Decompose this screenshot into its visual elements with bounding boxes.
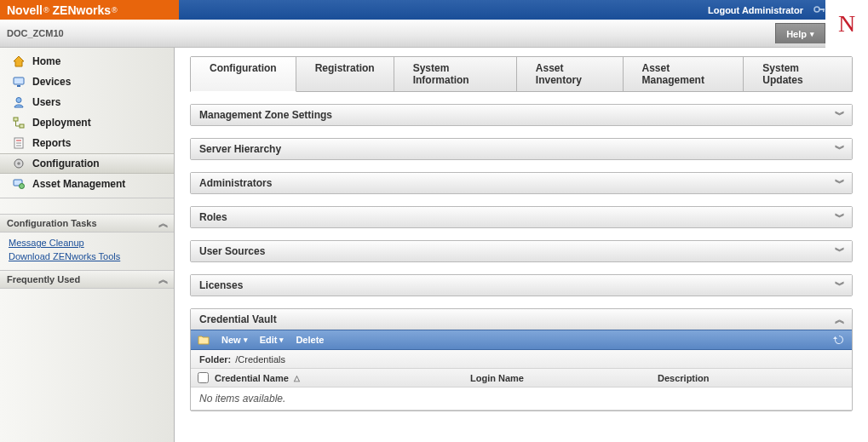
main-content: Configuration Registration System Inform…: [175, 48, 868, 442]
nav-item-label: Configuration: [32, 158, 100, 169]
tab-asset-management[interactable]: Asset Management: [624, 57, 744, 91]
panel-roles: Roles ︾: [190, 206, 853, 228]
nav-item-devices[interactable]: Devices: [0, 72, 174, 92]
collapse-icon: ︽: [158, 276, 169, 283]
svg-point-6: [16, 98, 21, 103]
svg-rect-7: [14, 118, 18, 121]
home-icon: [12, 55, 26, 68]
freq-title: Frequently Used: [7, 274, 80, 284]
tab-configuration[interactable]: Configuration: [191, 57, 296, 92]
svg-point-16: [20, 184, 25, 189]
col-login-name[interactable]: Login Name: [470, 373, 658, 383]
expand-icon: ︾: [835, 214, 845, 221]
tab-system-info[interactable]: System Information: [394, 57, 517, 91]
refresh-icon[interactable]: [833, 334, 845, 346]
select-all-checkbox[interactable]: [198, 372, 209, 383]
expand-icon: ︾: [835, 146, 845, 152]
key-icon[interactable]: [813, 4, 825, 16]
col-description[interactable]: Description: [658, 373, 852, 383]
logout-link[interactable]: Logout Administrator: [708, 5, 803, 15]
nav-item-reports[interactable]: Reports: [0, 133, 174, 153]
nav-item-configuration[interactable]: Configuration: [0, 153, 174, 174]
asset-icon: [12, 177, 26, 191]
panel-header[interactable]: Licenses ︾: [191, 275, 852, 296]
folder-row: Folder: /Credentials: [191, 350, 852, 369]
panel-header[interactable]: Management Zone Settings ︾: [191, 105, 852, 125]
task-link-download-tools[interactable]: Download ZENworks Tools: [9, 251, 165, 261]
new-button[interactable]: New: [221, 335, 248, 345]
nav-item-label: Reports: [32, 137, 71, 149]
empty-message: No items available.: [191, 387, 852, 410]
folder-label: Folder:: [199, 354, 231, 365]
nav-item-label: Home: [32, 55, 60, 67]
collapse-icon: ︽: [835, 316, 845, 323]
user-icon: [12, 95, 26, 109]
report-icon: [12, 136, 26, 150]
network-icon: [12, 116, 26, 129]
panel-management-zone-settings: Management Zone Settings ︾: [190, 104, 853, 126]
svg-rect-8: [20, 124, 24, 128]
folder-path: /Credentials: [235, 354, 285, 365]
nav-item-label: Asset Management: [32, 178, 125, 190]
monitor-icon: [12, 75, 26, 89]
panel-header[interactable]: Roles ︾: [191, 207, 852, 227]
tasks-header[interactable]: Configuration Tasks ︽: [0, 214, 174, 232]
col-credential-name[interactable]: Credential Name △: [215, 373, 470, 383]
context-name: DOC_ZCM10: [7, 28, 64, 38]
svg-marker-3: [14, 56, 24, 66]
svg-rect-4: [14, 77, 24, 84]
novell-n-logo: N: [825, 0, 868, 48]
column-headers: Credential Name △ Login Name Description: [191, 369, 852, 387]
panel-server-hierarchy: Server Hierarchy ︾: [190, 138, 853, 160]
panel-header[interactable]: Administrators ︾: [191, 173, 852, 193]
sidebar: Home Devices Users Deployment Reports Co…: [0, 48, 175, 442]
panel-licenses: Licenses ︾: [190, 274, 853, 296]
nav-item-users[interactable]: Users: [0, 92, 174, 112]
expand-icon: ︾: [835, 248, 845, 255]
gear-icon: [12, 157, 26, 170]
brand-bar: Novell® ZENworks®: [0, 0, 179, 20]
nav-item-deployment[interactable]: Deployment: [0, 112, 174, 133]
nav-list: Home Devices Users Deployment Reports Co…: [0, 48, 174, 198]
nav-item-label: Users: [32, 96, 60, 108]
panel-administrators: Administrators ︾: [190, 172, 853, 194]
sort-asc-icon: △: [294, 374, 300, 382]
product-name: ZENworks: [53, 3, 111, 17]
panel-header[interactable]: Server Hierarchy ︾: [191, 139, 852, 159]
folder-icon[interactable]: [198, 335, 210, 345]
tasks-title: Configuration Tasks: [7, 218, 97, 228]
svg-rect-2: [823, 9, 825, 12]
svg-point-14: [17, 162, 20, 165]
nav-item-label: Deployment: [32, 117, 91, 129]
svg-rect-5: [17, 85, 20, 87]
freq-header[interactable]: Frequently Used ︽: [0, 270, 174, 289]
panel-user-sources: User Sources ︾: [190, 240, 853, 262]
edit-button[interactable]: Edit: [260, 335, 285, 345]
action-bar: New Edit Delete: [191, 330, 852, 350]
task-link-message-cleanup[interactable]: Message Cleanup: [9, 238, 165, 248]
panel-header[interactable]: Credential Vault ︽: [191, 309, 852, 330]
nav-item-home[interactable]: Home: [0, 51, 174, 72]
tab-bar: Configuration Registration System Inform…: [190, 56, 853, 92]
panel-header[interactable]: User Sources ︾: [191, 241, 852, 261]
expand-icon: ︾: [835, 180, 845, 187]
vendor-name: Novell: [7, 3, 43, 17]
collapse-icon: ︽: [158, 220, 169, 227]
tab-registration[interactable]: Registration: [296, 57, 394, 91]
tasks-body: Message Cleanup Download ZENworks Tools: [0, 232, 174, 270]
expand-icon: ︾: [835, 112, 845, 118]
nav-item-label: Devices: [32, 76, 71, 88]
tab-system-updates[interactable]: System Updates: [744, 57, 852, 91]
panel-body: New Edit Delete Folder: /Credentials Cre: [191, 330, 852, 410]
nav-item-asset-management[interactable]: Asset Management: [0, 174, 174, 194]
help-menu[interactable]: Help: [775, 23, 825, 43]
tab-asset-inventory[interactable]: Asset Inventory: [517, 57, 624, 91]
panel-credential-vault: Credential Vault ︽ New Edit Delete: [190, 308, 853, 411]
expand-icon: ︾: [835, 282, 845, 289]
delete-button[interactable]: Delete: [296, 335, 324, 345]
banner-right: Logout Administrator: [179, 0, 868, 20]
